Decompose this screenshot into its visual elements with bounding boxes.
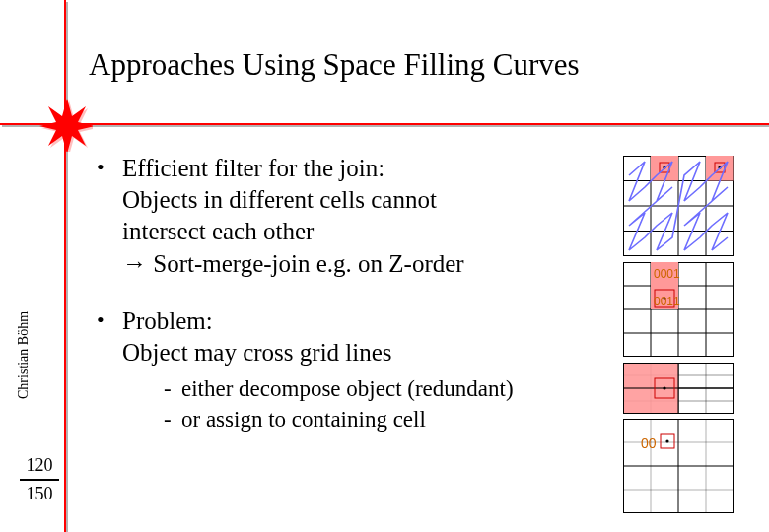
author-label: Christian Böhm — [16, 311, 32, 399]
figure-z-codes-grid: 0001 0011 — [623, 262, 734, 357]
figure-quadrant-grid — [623, 363, 734, 414]
bullet-1-line-4: Sort-merge-join e.g. on Z-order — [147, 250, 464, 277]
figure-coarse-code-grid: 00 — [623, 419, 734, 513]
divider-vertical — [64, 0, 66, 532]
sub-bullet-2: or assign to containing cell — [158, 405, 552, 433]
code-label-0011: 0011 — [654, 295, 680, 308]
page-divider-line — [20, 479, 59, 481]
code-label-00: 00 — [641, 435, 657, 451]
sub-bullet-1: either decompose object (redundant) — [158, 374, 552, 403]
bullet-2: Problem: Object may cross grid lines eit… — [89, 305, 552, 434]
bullet-2-line-1: Problem: — [122, 307, 213, 334]
arrow-icon: → — [122, 249, 147, 277]
slide: Approaches Using Space Filling Curves Ef… — [0, 0, 769, 532]
page-numbers: 120 150 — [20, 455, 59, 504]
page-current: 120 — [20, 455, 59, 476]
figure-z-curve-grid — [623, 156, 734, 256]
star-burst-icon — [37, 97, 93, 152]
bullet-1: Efficient filter for the join: Objects i… — [89, 153, 552, 280]
page-total: 150 — [20, 484, 59, 504]
slide-body: Efficient filter for the join: Objects i… — [89, 153, 552, 460]
svg-marker-1 — [39, 99, 93, 152]
code-label-0001: 0001 — [654, 267, 680, 281]
slide-title: Approaches Using Space Filling Curves — [89, 47, 749, 83]
svg-point-38 — [663, 386, 665, 389]
svg-point-47 — [665, 439, 668, 442]
divider-horizontal — [0, 123, 769, 125]
bullet-1-line-1: Efficient filter for the join: — [122, 155, 384, 181]
bullet-2-line-2: Object may cross grid lines — [122, 339, 392, 366]
bullet-1-line-3: intersect each other — [122, 218, 314, 244]
bullet-1-line-2: Objects in different cells cannot — [122, 186, 437, 213]
